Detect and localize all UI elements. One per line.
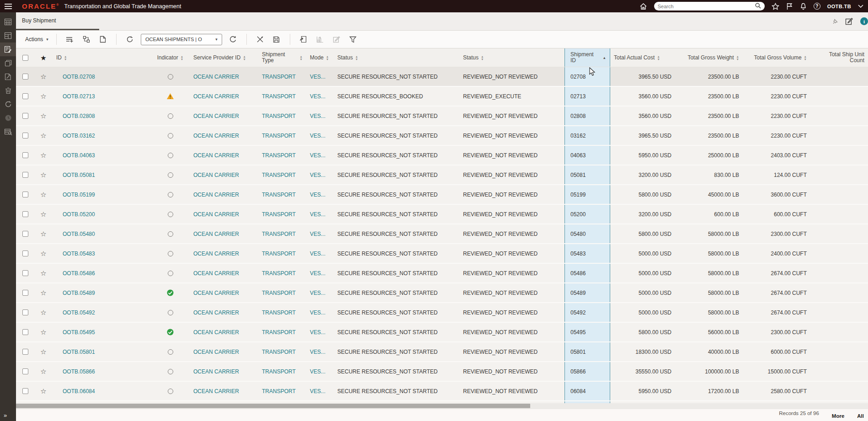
service-provider-cell[interactable]: OCEAN CARRIER [193,368,239,375]
service-provider-cell[interactable]: OCEAN CARRIER [193,74,239,80]
shipment-type-cell[interactable]: TRANSPORT [262,309,296,316]
col-header-service-provider[interactable]: Service Provider ID [190,48,258,67]
service-provider-cell[interactable]: OCEAN CARRIER [193,211,239,218]
service-provider-cell[interactable]: OCEAN CARRIER [193,192,239,198]
table-row[interactable]: OOTB.02708 OCEAN CARRIER TRANSPORT VES..… [16,67,868,87]
row-star-icon[interactable] [40,92,46,101]
table-row[interactable]: OOTB.02808 OCEAN CARRIER TRANSPORT VES..… [16,107,868,126]
row-id-link[interactable]: OOTB.05801 [63,349,95,355]
table-row[interactable]: OOTB.05480 OCEAN CARRIER TRANSPORT VES..… [16,224,868,244]
search-icon[interactable] [755,2,761,11]
mode-cell[interactable]: VES... [310,113,325,119]
shipment-type-cell[interactable]: TRANSPORT [262,368,296,375]
row-select-checkbox[interactable] [22,113,28,119]
row-id-link[interactable]: OOTB.05492 [63,309,95,316]
row-star-icon[interactable] [40,348,46,356]
search-box[interactable] [654,2,765,11]
service-provider-cell[interactable]: OCEAN CARRIER [193,113,239,119]
shipment-type-cell[interactable]: TRANSPORT [262,250,296,257]
mode-cell[interactable]: VES... [310,192,325,198]
mode-cell[interactable]: VES... [310,368,325,375]
sort-icon[interactable] [804,55,807,60]
buy-shipment-icon[interactable] [0,43,16,56]
col-header-total-actual-cost[interactable]: Total Actual Cost [610,48,675,67]
table-row[interactable]: OOTB.05200 OCEAN CARRIER TRANSPORT VES..… [16,205,868,224]
more-button[interactable]: More [832,413,844,419]
mode-cell[interactable]: VES... [310,133,325,139]
order-release-icon[interactable] [0,29,16,43]
service-provider-cell[interactable]: OCEAN CARRIER [193,290,239,296]
col-header-status-secure[interactable]: Status [334,48,459,67]
flag-icon[interactable] [786,3,793,10]
row-star-icon[interactable] [40,73,46,81]
sort-icon[interactable] [300,55,303,60]
shipment-type-cell[interactable]: TRANSPORT [262,270,296,277]
row-star-icon[interactable] [40,230,46,238]
row-select-checkbox[interactable] [22,93,28,99]
mode-cell[interactable]: VES... [310,93,325,100]
export-icon[interactable] [295,33,312,46]
shipment-type-cell[interactable]: TRANSPORT [262,290,296,296]
sort-icon[interactable] [657,55,660,60]
user-chevron-icon[interactable] [858,5,863,8]
row-id-link[interactable]: OOTB.02808 [63,113,95,119]
table-row[interactable]: OOTB.05495 OCEAN CARRIER TRANSPORT VES..… [16,323,868,342]
search-input[interactable] [658,4,755,9]
service-provider-cell[interactable]: OCEAN CARRIER [193,152,239,159]
col-header-shipment-id[interactable]: Shipment ID [564,48,610,67]
horizontal-scrollbar[interactable] [16,403,868,409]
shipment-type-cell[interactable]: TRANSPORT [262,329,296,336]
shipment-type-cell[interactable]: TRANSPORT [262,133,296,139]
col-header-total-gross-weight[interactable]: Total Gross Weight [675,48,743,67]
hierarchy-icon[interactable] [78,33,95,46]
service-provider-cell[interactable]: OCEAN CARRIER [193,309,239,316]
col-header-mode[interactable]: Mode [306,48,334,67]
row-select-checkbox[interactable] [22,152,28,158]
mode-cell[interactable]: VES... [310,172,325,178]
favorites-star-icon[interactable] [772,3,779,10]
mode-cell[interactable]: VES... [310,270,325,277]
mode-cell[interactable]: VES... [310,329,325,336]
row-select-checkbox[interactable] [22,368,28,374]
service-provider-cell[interactable]: OCEAN CARRIER [193,349,239,355]
table-row[interactable]: OOTB.05866 OCEAN CARRIER TRANSPORT VES..… [16,362,868,382]
shipment-type-cell[interactable]: TRANSPORT [262,172,296,178]
service-provider-cell[interactable]: OCEAN CARRIER [193,329,239,336]
shipment-type-cell[interactable]: TRANSPORT [262,211,296,218]
shipment-type-cell[interactable]: TRANSPORT [262,231,296,237]
pin-icon[interactable] [833,19,838,24]
saved-search-dropdown[interactable]: OCEAN SHIPMENTS | O [141,34,222,45]
help-icon[interactable]: ? [814,3,820,10]
service-provider-cell[interactable]: OCEAN CARRIER [193,93,239,100]
row-select-checkbox[interactable] [22,349,28,355]
col-header-id[interactable]: ID [53,48,151,67]
select-all-checkbox[interactable] [22,55,28,61]
table-row[interactable]: OOTB.05199 OCEAN CARRIER TRANSPORT VES..… [16,185,868,205]
row-star-icon[interactable] [40,151,46,160]
mode-cell[interactable]: VES... [310,211,325,218]
cut-icon[interactable] [252,33,268,46]
table-row[interactable]: OOTB.03162 OCEAN CARRIER TRANSPORT VES..… [16,126,868,146]
row-star-icon[interactable] [40,328,46,336]
table-row[interactable]: OOTB.02713 OCEAN CARRIER TRANSPORT VES..… [16,87,868,107]
mode-cell[interactable]: VES... [310,388,325,394]
row-id-link[interactable]: OOTB.05199 [63,192,95,198]
row-star-icon[interactable] [40,250,46,258]
row-id-link[interactable]: OOTB.03162 [63,133,95,139]
shipment-type-cell[interactable]: TRANSPORT [262,349,296,355]
row-star-icon[interactable] [40,210,46,218]
row-star-icon[interactable] [40,289,46,297]
actions-button[interactable]: Actions [22,34,51,44]
row-select-checkbox[interactable] [22,329,28,335]
row-select-checkbox[interactable] [22,192,28,197]
row-id-link[interactable]: OOTB.02708 [63,74,95,80]
col-header-total-gross-volume[interactable]: Total Gross Volume [743,48,810,67]
col-header-indicator[interactable]: Indicator [151,48,190,67]
table-row[interactable]: OOTB.05801 OCEAN CARRIER TRANSPORT VES..… [16,342,868,362]
table-row[interactable]: OOTB.05486 OCEAN CARRIER TRANSPORT VES..… [16,264,868,283]
save-icon[interactable] [268,33,285,46]
sort-icon[interactable] [736,55,739,60]
shipment-type-cell[interactable]: TRANSPORT [262,388,296,394]
shipments-grid-icon[interactable] [0,15,16,29]
shipment-type-cell[interactable]: TRANSPORT [262,74,296,80]
